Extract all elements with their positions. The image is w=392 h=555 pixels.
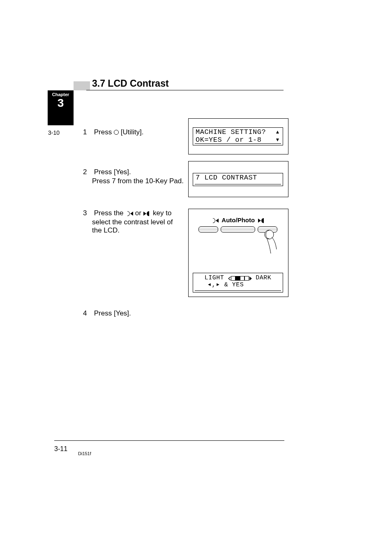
- chapter-number: 3: [58, 97, 64, 109]
- step-3-line1a: Press the: [94, 209, 124, 217]
- step-4-text: Press [Yes].: [94, 309, 131, 317]
- step-3-line1end: key to: [153, 209, 171, 217]
- lcd-panel-1: MACHINE SETTING? OK=YES / or 1-8 ▲ ▼: [188, 118, 288, 154]
- lcd-1-inner-rule: [195, 143, 281, 144]
- bar-cell-1: [231, 276, 235, 281]
- bar-cell-2: [235, 276, 240, 281]
- lcd-1-line2: OK=YES / or 1-8: [196, 136, 281, 144]
- row2-right-tri-icon: ►: [216, 282, 220, 287]
- left-key[interactable]: [198, 226, 218, 233]
- step-1: 1 Press [Utility].: [83, 128, 143, 137]
- lcd-3-light: LIGHT: [205, 274, 224, 281]
- lcd-3-row2-text: & YES: [220, 281, 244, 288]
- right-half-icon: [147, 211, 149, 216]
- step-3-line1mid: or: [135, 209, 143, 217]
- bar-cell-4: [244, 276, 249, 281]
- keys-label: Auto/Photo: [189, 216, 288, 223]
- lcd-2-inner-rule: [195, 184, 281, 184]
- step-2-line1: Press [Yes].: [94, 168, 131, 176]
- step-1-text-a: Press: [94, 128, 114, 136]
- step-4: 4 Press [Yes].: [83, 309, 131, 318]
- footer-doc-id: Di151f: [78, 451, 91, 456]
- step-2-num: 2: [83, 168, 92, 177]
- right-triangle-icon: [143, 212, 146, 216]
- page: Chapter 3 3.7 LCD Contrast 3-10 1 Press …: [0, 0, 392, 555]
- bar-right-arrow-icon: [249, 276, 252, 281]
- lcd-2: 7 LCD CONTRAST: [193, 173, 283, 186]
- row2-left-tri-icon: ◄: [207, 282, 212, 287]
- physical-keys: Auto/Photo: [189, 209, 288, 258]
- section-rule: [86, 90, 284, 90]
- step-3-line2: select the contrast level of the LCD.: [92, 218, 182, 235]
- key-left-half-icon: [213, 218, 215, 223]
- section-tag: [74, 81, 90, 90]
- lcd-2-line1: 7 LCD CONTRAST: [196, 174, 281, 182]
- contrast-bar: [228, 275, 252, 281]
- left-half-icon: [127, 211, 130, 216]
- key-left-tri-icon: [216, 219, 219, 223]
- lcd-3-inner-rule: [195, 290, 281, 291]
- key-right-half-icon: [261, 218, 264, 223]
- lcd-1-line1: MACHINE SETTING?: [196, 129, 281, 136]
- step-3-num: 3: [83, 209, 92, 218]
- lcd-panel-2: 7 LCD CONTRAST: [188, 161, 288, 197]
- step-4-num: 4: [83, 309, 92, 318]
- left-triangle-icon: [130, 212, 133, 216]
- step-2-line2: Press 7 from the 10-Key Pad.: [92, 177, 184, 185]
- lcd-1: MACHINE SETTING? OK=YES / or 1-8 ▲ ▼: [193, 127, 283, 145]
- footer-rule: [54, 440, 284, 441]
- center-key[interactable]: [221, 226, 255, 233]
- key-right-tri-icon: [258, 219, 261, 223]
- step-3: 3 Press the or key to: [83, 209, 171, 218]
- step-1-num: 1: [83, 128, 92, 137]
- keys-label-text: Auto/Photo: [221, 216, 255, 223]
- step-2: 2 Press [Yes].: [83, 168, 131, 177]
- side-page-ref: 3-10: [48, 129, 60, 136]
- lcd-3-row2: ◄,► & YES: [193, 281, 283, 288]
- arrow-up-icon: ▲: [275, 129, 280, 135]
- arrow-down-icon: ▼: [275, 137, 280, 143]
- chapter-label: Chapter 3: [49, 92, 72, 109]
- press-finger-icon: [262, 230, 280, 254]
- lcd-panel-3: Auto/Photo LIGHT DARK: [188, 209, 288, 297]
- step-1-text-b: [Utility].: [121, 128, 144, 136]
- lcd-3: LIGHT DARK ◄,► & YES: [193, 273, 283, 292]
- section-heading: 3.7 LCD Contrast: [92, 78, 169, 89]
- lcd-3-dark: DARK: [256, 274, 271, 281]
- bar-cell-3: [240, 276, 244, 281]
- circle-icon: [114, 130, 119, 135]
- lcd-3-row1: LIGHT DARK: [193, 274, 283, 281]
- bar-left-arrow-icon: [228, 276, 231, 281]
- footer-page-number: 3-11: [54, 445, 67, 453]
